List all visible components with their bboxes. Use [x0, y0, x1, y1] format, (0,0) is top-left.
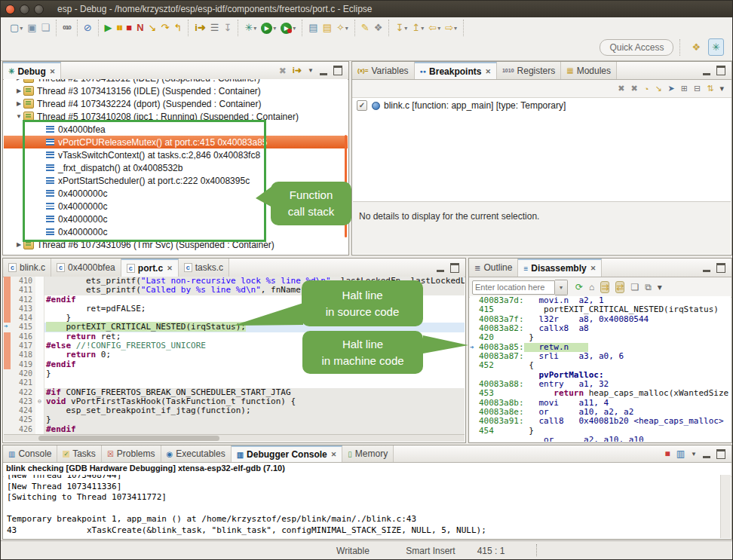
terminate-button[interactable]: ■ [124, 21, 133, 35]
maximize-icon[interactable] [450, 263, 459, 273]
remove-breakpoint-icon[interactable]: ✖ [618, 84, 624, 93]
link-with-debug-icon[interactable]: ➤ [668, 84, 675, 93]
expand-all-icon[interactable]: ⊞ [681, 84, 688, 93]
dropdown-icon[interactable]: ▾ [345, 25, 348, 32]
skip-all-breakpoints-button[interactable]: ⊘ [82, 21, 94, 35]
disassembly-line[interactable]: 453 return heap_caps_malloc(xWantedSize [470, 389, 731, 398]
go-to-line-button[interactable]: ↥▾ [410, 21, 425, 35]
open-folder-button[interactable]: ▤ [321, 21, 333, 35]
horizontal-scrollbar[interactable] [4, 434, 465, 442]
external-tools-button[interactable]: ▶▾ [279, 22, 297, 35]
dropdown-icon[interactable]: ▾ [20, 25, 23, 32]
dropdown-icon[interactable]: ▾ [437, 25, 440, 32]
run-button[interactable]: ▶▾ [259, 22, 278, 35]
dropdown-icon[interactable]: ▾ [404, 25, 407, 32]
breakpoint-checkbox[interactable]: ✓ [357, 100, 367, 111]
window-close-icon[interactable] [5, 5, 15, 14]
view-menu-icon[interactable]: ▾ [719, 84, 724, 93]
last-edit-location-button[interactable]: ↧▾ [394, 21, 409, 35]
tab-registers[interactable]: 1010 Registers [497, 62, 561, 79]
open-perspective-icon[interactable]: ❖ [689, 39, 704, 55]
home-icon[interactable]: ⌂ [589, 282, 594, 292]
close-icon[interactable]: ✕ [485, 68, 491, 75]
window-minimize-icon[interactable] [20, 5, 29, 14]
maximize-icon[interactable] [716, 449, 725, 459]
debug-thread-row[interactable]: ▶Thread #2 1073411312 (IDLE) (Suspended … [4, 79, 348, 84]
window-maximize-icon[interactable] [34, 5, 44, 14]
minimize-icon[interactable] [320, 66, 327, 75]
refresh-icon[interactable]: ⟳ [575, 282, 583, 292]
tab-memory[interactable]: ▯ Memory [342, 445, 394, 462]
forward-button[interactable]: ⇨▾ [443, 21, 459, 35]
view-menu-icon[interactable]: ▾ [658, 282, 662, 292]
tab-modules[interactable]: ▦ Modules [561, 62, 617, 79]
scrollbar-handle[interactable] [38, 436, 219, 441]
tab-console[interactable]: ▥ Console [3, 445, 57, 462]
display-console-icon[interactable]: ▥ [676, 448, 685, 459]
dropdown-icon[interactable]: ▾ [421, 25, 424, 32]
console-scrollbar[interactable] [720, 475, 731, 538]
remove-terminated-icon[interactable]: ✖ [279, 66, 287, 76]
tab-outline[interactable]: ≣ Outline [469, 259, 518, 277]
location-dropdown-icon[interactable]: ▾ [555, 280, 568, 295]
suspend-button[interactable]: ▮▮ [115, 21, 124, 35]
step-into-button[interactable]: ↘ [147, 21, 158, 35]
disconnect-button[interactable]: N [135, 21, 145, 35]
disassembly-line[interactable]: or a2, a10, a10 [470, 436, 731, 442]
dropdown-icon[interactable]: ▾ [273, 25, 276, 32]
remove-all-breakpoints-icon[interactable]: ✖ [631, 84, 638, 93]
collapse-all-icon[interactable]: ⊟ [694, 84, 701, 93]
instruction-stepping-mode-icon[interactable]: i➜ [293, 66, 302, 75]
debug-thread-row[interactable]: ▶Thread #4 1073432224 (dport) (Suspended… [4, 97, 348, 110]
new-wizard-button[interactable]: ▢▾ [8, 21, 24, 35]
code-line[interactable]: 424 esp_set_breakpoint_if_jtag(function)… [4, 406, 465, 415]
mark-occurrences-button[interactable]: ✎ [360, 21, 371, 35]
disassembly-line[interactable]: 415 portEXIT_CRITICAL_NESTED(irqStatus) [470, 305, 731, 314]
expander-icon[interactable]: ▶ [14, 241, 23, 248]
dropdown-icon[interactable]: ▾ [454, 25, 457, 32]
back-button[interactable]: ⇦▾ [427, 21, 442, 35]
tab-port-c[interactable]: c port.c ✕ [121, 259, 179, 277]
disassembly-line[interactable]: 452 { [470, 361, 731, 370]
quick-access-button[interactable]: Quick Access [600, 39, 673, 56]
tab-tasks[interactable]: ✓ Tasks [57, 445, 101, 462]
expander-icon[interactable]: ▶ [14, 100, 23, 107]
binary-file-button[interactable]: 010 [61, 21, 72, 35]
dropdown-icon[interactable]: ▾ [253, 25, 256, 32]
close-icon[interactable]: ✕ [50, 68, 56, 75]
go-to-file-icon[interactable]: ↘ [655, 84, 661, 93]
follow-pc-icon[interactable]: ⇉ [600, 281, 609, 293]
sync-selection-icon[interactable]: ⇄ [615, 281, 624, 293]
maximize-icon[interactable] [716, 263, 725, 273]
minimize-icon[interactable] [437, 263, 444, 272]
group-by-icon[interactable]: ⇅ [707, 84, 713, 93]
disassembly-code-area[interactable]: 40083a7d: movi.n a2, 1415 portEXIT_CRITI… [470, 296, 731, 442]
terminate-console-icon[interactable]: ■ [664, 448, 670, 459]
instruction-stepping-button[interactable]: i➜ [193, 21, 207, 35]
tab-breakpoints[interactable]: ●● Breakpoints ✕ [415, 62, 497, 79]
code-line[interactable]: 426#endif [4, 425, 465, 434]
maximize-icon[interactable] [716, 66, 725, 75]
maximize-icon[interactable] [333, 66, 342, 75]
console-output[interactable]: [New Thread 1073468744][New Thread 10734… [4, 475, 721, 538]
tab-variables[interactable]: (x)= Variables [352, 62, 415, 79]
drop-to-frame-button[interactable]: ↧ [222, 21, 233, 35]
debug-thread-row[interactable]: ▶Thread #3 1073413156 (IDLE) (Suspended … [4, 84, 348, 97]
expander-icon[interactable]: ▶ [14, 79, 23, 81]
tab-debug[interactable]: ✳ Debug ✕ [3, 62, 61, 79]
open-new-view-icon[interactable]: ❏ [630, 282, 639, 292]
tab-blink-c[interactable]: c blink.c [3, 259, 51, 277]
disassembly-line[interactable]: 40083a91: call8 0x40081b20 <heap_caps_ma… [470, 417, 731, 426]
debug-button[interactable]: ✳▾ [243, 21, 258, 35]
search-button[interactable]: ✧▾ [335, 21, 350, 35]
expander-icon[interactable]: ▶ [14, 87, 23, 94]
close-icon[interactable]: ✕ [331, 451, 337, 458]
fold-icon[interactable]: ⊖ [35, 397, 44, 406]
open-project-button[interactable]: ▤ [307, 21, 319, 35]
tab-problems[interactable]: ☒ Problems [102, 445, 161, 462]
resume-button[interactable]: ▶ [103, 21, 114, 35]
close-icon[interactable]: ✕ [167, 265, 173, 272]
tab-debugger-console[interactable]: ▥ Debugger Console ✕ [232, 445, 343, 462]
breakpoint-row[interactable]: ✓ blink.c [function: app_main] [type: Te… [352, 98, 731, 113]
disassembly-line[interactable]: 420 } [470, 333, 731, 342]
